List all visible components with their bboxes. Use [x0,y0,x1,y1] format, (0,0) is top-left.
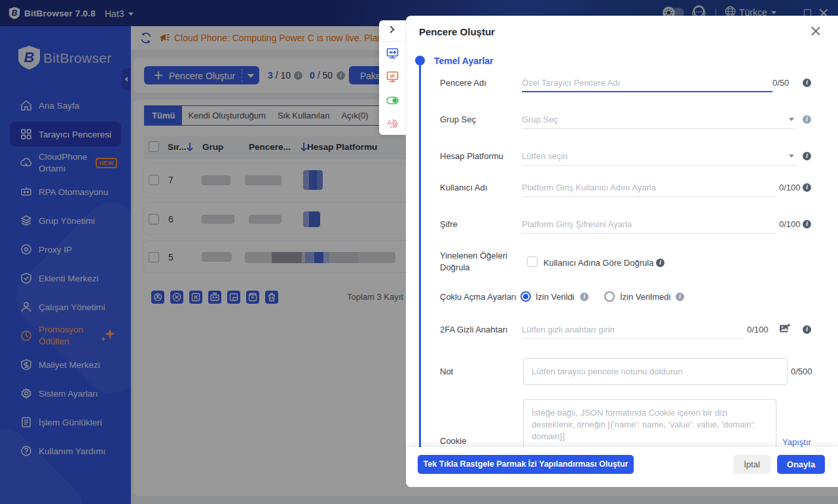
svg-text:IP: IP [390,73,395,79]
